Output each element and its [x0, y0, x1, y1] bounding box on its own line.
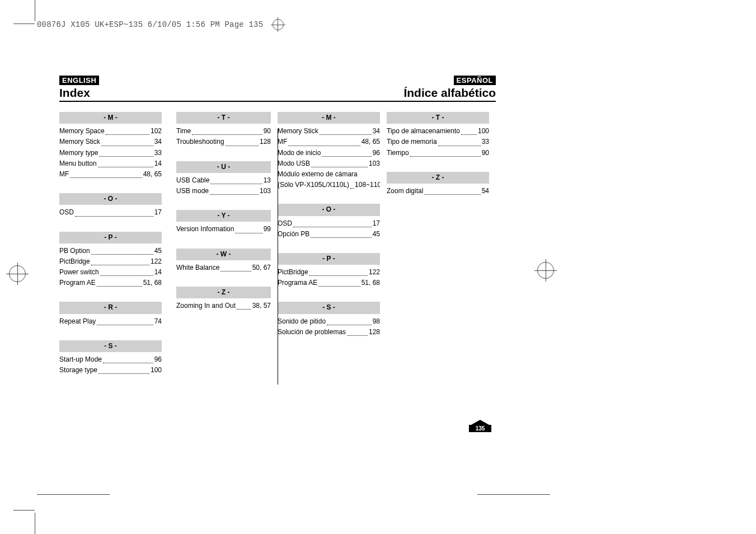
leader-dots: [237, 301, 251, 310]
leader-dots: [235, 224, 262, 233]
page-number-badge: 135: [469, 420, 491, 435]
page-title-right: Índice alfabético: [403, 86, 496, 100]
leader-dots: [70, 169, 142, 178]
index-entry: MF48, 65: [59, 169, 162, 180]
index-entry-page: 103: [369, 158, 380, 169]
index-section-header: - W -: [176, 249, 271, 260]
crop-mark: [37, 494, 110, 495]
leader-dots: [322, 148, 371, 157]
index-entry: Memory Space102: [59, 126, 162, 137]
index-entry-page: 14: [154, 267, 162, 278]
index-entry: Program AE51, 68: [59, 278, 162, 288]
index-entry-page: 100: [478, 126, 489, 137]
index-entry-page: 51, 68: [143, 278, 162, 288]
index-entry: Power switch14: [59, 267, 162, 278]
index-entry: OSD17: [59, 207, 162, 218]
triangle-icon: [471, 420, 489, 425]
index-section-header: - O -: [59, 193, 162, 205]
index-entry-label: Memory Stick: [59, 137, 100, 147]
leader-dots: [98, 365, 149, 374]
index-entry-label: Tipo de memoria: [387, 137, 437, 147]
leader-dots: [98, 158, 153, 167]
index-entry: Solución de problemas128: [278, 327, 380, 338]
index-entry: PictBridge122: [59, 256, 162, 267]
leader-dots: [210, 175, 262, 184]
index-entry: Zoom digital54: [387, 186, 489, 196]
language-row: ENGLISH ESPAÑOL: [59, 76, 496, 85]
index-entry: Tipo de almacenamiento100: [387, 126, 489, 137]
leader-dots: [288, 137, 360, 146]
crop-mark: [13, 510, 35, 510]
index-column: - T -Tipo de almacenamiento100Tipo de me…: [387, 112, 496, 385]
index-entry: Programa AE51, 68: [278, 278, 380, 288]
index-entry: Opción PB45: [278, 229, 380, 240]
index-entry: Troubleshooting128: [176, 137, 271, 147]
column-divider: [278, 129, 278, 385]
index-entry: USB Cable13: [176, 175, 271, 186]
index-entry: White Balance50, 67: [176, 263, 271, 273]
index-entry-label: OSD: [278, 218, 292, 229]
leader-dots: [97, 316, 153, 325]
index-entry: Start-up Mode96: [59, 354, 162, 365]
leader-dots: [311, 158, 368, 167]
index-entry-page: 14: [154, 158, 162, 169]
index-entry-page: 17: [154, 207, 162, 218]
page-title-left: Index: [59, 86, 90, 100]
index-entry: Repeat Play74: [59, 316, 162, 327]
leader-dots: [101, 137, 153, 146]
index-entry-label: Solución de problemas: [278, 327, 346, 338]
index-entry-label: Tiempo: [387, 148, 409, 158]
title-row: Index Índice alfabético: [59, 86, 496, 102]
index-entry-page: 33: [482, 137, 489, 147]
index-entry-label: Memory Stick: [278, 126, 318, 137]
leader-dots: [438, 137, 481, 146]
index-entry-page: 13: [264, 175, 271, 186]
index-entry-page: 33: [154, 148, 162, 158]
crop-mark: [35, 513, 35, 534]
index-entry-page: 122: [369, 267, 380, 278]
index-entry-label: Troubleshooting: [176, 137, 224, 147]
index-entry-page: 128: [369, 327, 380, 338]
index-entry-page: 74: [154, 316, 162, 327]
leader-dots: [318, 278, 360, 287]
leader-dots: [100, 267, 153, 276]
index-section-header: - T -: [387, 112, 489, 124]
index-section-header: - M -: [59, 112, 162, 124]
language-badge-espanol: ESPAÑOL: [454, 76, 496, 85]
index-section-header: - P -: [59, 232, 162, 243]
index-entry: Version Information99: [176, 224, 271, 235]
index-columns: - M -Memory Space102Memory Stick34Memory…: [59, 112, 496, 385]
index-section-header: - M -: [278, 112, 380, 124]
index-entry: OSD17: [278, 218, 380, 229]
index-entry-label: Modo USB: [278, 158, 310, 169]
index-entry: Tiempo90: [387, 148, 489, 158]
leader-dots: [311, 229, 371, 238]
index-entry-label: Memory Space: [59, 126, 105, 137]
index-entry-label: Version Information: [176, 224, 234, 235]
index-entry-label: MF: [278, 137, 287, 147]
index-entry-page: 90: [264, 126, 271, 137]
index-entry-page: 17: [373, 218, 380, 229]
leader-dots: [347, 327, 368, 336]
index-entry-page: 98: [373, 316, 380, 327]
leader-dots: [75, 207, 153, 216]
index-entry-label: Opción PB: [278, 229, 309, 240]
index-entry-label: Modo de inicio: [278, 148, 321, 158]
index-entry: MF48, 65: [278, 137, 380, 147]
leader-dots: [106, 126, 149, 135]
leader-dots: [99, 148, 153, 157]
index-entry-label: PB Option: [59, 246, 90, 256]
index-entry-label: USB Cable: [176, 175, 209, 186]
index-entry-page: 99: [264, 224, 271, 235]
index-entry-page: 108~110: [355, 180, 380, 190]
index-entry-page: 34: [373, 126, 380, 137]
index-entry: Zooming In and Out38, 57: [176, 301, 271, 311]
index-entry-page: 48, 65: [143, 169, 162, 180]
index-entry: (Sólo VP-X105L/X110L)108~110: [278, 180, 380, 190]
leader-dots: [410, 148, 481, 157]
index-entry-page: 96: [373, 148, 380, 158]
index-entry-page: 48, 65: [361, 137, 380, 147]
index-entry: Sonido de pitido98: [278, 316, 380, 327]
print-job-header: 00876J X105 UK+ESP~135 6/10/05 1:56 PM P…: [37, 19, 284, 30]
crop-mark: [477, 494, 550, 495]
